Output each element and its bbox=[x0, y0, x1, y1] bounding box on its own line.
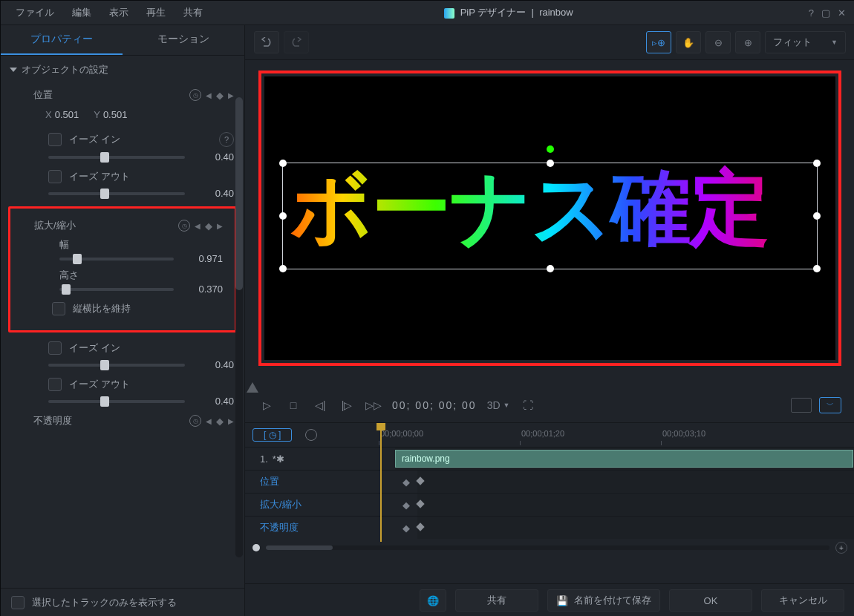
undo-button[interactable] bbox=[254, 31, 279, 53]
row-label-opacity[interactable]: 不透明度 bbox=[245, 521, 395, 534]
play-button[interactable]: ▷ bbox=[258, 397, 275, 413]
prev-keyframe-icon[interactable]: ◀ bbox=[206, 417, 212, 425]
height-value[interactable]: 0.370 bbox=[183, 284, 223, 295]
canvas[interactable]: ボーナス確定 bbox=[264, 76, 835, 360]
keyframe-diamond-icon[interactable]: ◆ bbox=[395, 499, 417, 511]
help-icon[interactable]: ? bbox=[809, 7, 814, 19]
keyframe-marker[interactable] bbox=[416, 499, 424, 508]
help-icon[interactable]: ? bbox=[219, 132, 234, 147]
timeline-ruler[interactable]: 00;00;00;00 00;00;01;20 00;00;03;10 bbox=[380, 423, 854, 447]
stopwatch-icon[interactable]: ◷ bbox=[189, 415, 201, 427]
track-lane[interactable]: rainbow.png bbox=[395, 448, 854, 470]
ease-in-slider[interactable]: 0.40 bbox=[1, 151, 244, 166]
stopwatch-icon[interactable]: ◷ bbox=[178, 220, 190, 232]
zoom-in-button[interactable]: ⊕ bbox=[735, 31, 760, 53]
ease-out-slider-2[interactable]: 0.40 bbox=[1, 396, 244, 410]
tab-property[interactable]: プロパティー bbox=[1, 25, 123, 55]
ease-out-checkbox[interactable] bbox=[48, 378, 62, 391]
lock-aspect-checkbox[interactable] bbox=[52, 302, 65, 315]
clock-icon[interactable] bbox=[305, 429, 317, 441]
clip[interactable]: rainbow.png bbox=[395, 450, 853, 468]
resize-handle[interactable] bbox=[813, 265, 821, 272]
resize-handle[interactable] bbox=[279, 265, 287, 272]
ease-out-checkbox[interactable] bbox=[48, 170, 62, 183]
zoom-out-handle[interactable] bbox=[252, 544, 260, 551]
stop-button[interactable]: □ bbox=[285, 397, 301, 413]
selection-bounds[interactable] bbox=[282, 163, 818, 269]
timeline-scrollbar[interactable] bbox=[266, 545, 829, 550]
y-value[interactable]: 0.501 bbox=[103, 109, 128, 120]
resize-handle[interactable] bbox=[813, 160, 821, 167]
keyframe-diamond-icon[interactable]: ◆ bbox=[216, 416, 224, 427]
tab-motion[interactable]: モーション bbox=[123, 25, 244, 55]
height-slider[interactable]: 0.370 bbox=[12, 284, 233, 298]
share-button[interactable]: 共有 bbox=[455, 589, 538, 612]
prev-keyframe-icon[interactable]: ◀ bbox=[206, 91, 212, 99]
panel-scrollbar[interactable] bbox=[235, 97, 243, 557]
menu-file[interactable]: ファイル bbox=[10, 3, 60, 22]
maximize-icon[interactable]: ▢ bbox=[821, 7, 830, 19]
prop-lane[interactable] bbox=[417, 471, 854, 493]
ease-in-value[interactable]: 0.40 bbox=[194, 151, 234, 163]
keyframe-diamond-icon[interactable]: ◆ bbox=[205, 220, 212, 232]
keyframe-mode-button[interactable]: [ ◷ ] bbox=[252, 428, 292, 442]
x-value[interactable]: 0.501 bbox=[55, 109, 79, 120]
zoom-out-button[interactable]: ⊖ bbox=[705, 31, 731, 53]
resize-handle[interactable] bbox=[547, 265, 554, 272]
next-frame-button[interactable]: |▷ bbox=[339, 397, 355, 413]
row-label-position[interactable]: 位置 bbox=[245, 475, 395, 488]
save-as-button[interactable]: 💾名前を付けて保存 bbox=[547, 589, 660, 612]
resize-handle[interactable] bbox=[547, 160, 554, 167]
prev-keyframe-icon[interactable]: ◀ bbox=[195, 222, 201, 230]
pan-tool-button[interactable]: ✋ bbox=[676, 31, 701, 53]
width-slider[interactable]: 0.971 bbox=[12, 253, 233, 267]
track-label[interactable]: 1. *✱ bbox=[245, 453, 395, 465]
fullscreen-button[interactable]: ⛶ bbox=[520, 397, 536, 413]
keyframe-diamond-icon[interactable]: ◆ bbox=[216, 90, 224, 101]
ease-in-slider-2[interactable]: 0.40 bbox=[1, 359, 244, 373]
select-tool-button[interactable]: ▹⊕ bbox=[646, 31, 671, 53]
width-value[interactable]: 0.971 bbox=[183, 253, 223, 264]
keyframe-diamond-icon[interactable]: ◆ bbox=[395, 476, 417, 488]
ease-in-checkbox[interactable] bbox=[48, 341, 62, 355]
timecode[interactable]: 00; 00; 00; 00 bbox=[392, 399, 477, 411]
fast-forward-button[interactable]: ▷▷ bbox=[365, 397, 382, 413]
next-keyframe-icon[interactable]: ▶ bbox=[228, 417, 234, 425]
warning-icon[interactable] bbox=[247, 382, 258, 393]
resize-handle[interactable] bbox=[813, 212, 821, 220]
keyframe-marker[interactable] bbox=[416, 522, 424, 531]
cancel-button[interactable]: キャンセル bbox=[761, 589, 844, 612]
menu-share[interactable]: 共有 bbox=[177, 3, 209, 22]
next-keyframe-icon[interactable]: ▶ bbox=[228, 91, 234, 99]
stopwatch-icon[interactable]: ◷ bbox=[189, 89, 201, 101]
3d-toggle[interactable]: 3D▼ bbox=[487, 399, 510, 411]
next-keyframe-icon[interactable]: ▶ bbox=[217, 222, 223, 230]
row-label-scale[interactable]: 拡大/縮小 bbox=[245, 498, 395, 511]
close-icon[interactable]: ✕ bbox=[838, 7, 846, 19]
ease-in-value[interactable]: 0.40 bbox=[194, 359, 234, 370]
ease-out-value[interactable]: 0.40 bbox=[194, 396, 234, 407]
menu-edit[interactable]: 編集 bbox=[66, 3, 97, 22]
tv-safe-icon[interactable] bbox=[791, 398, 812, 413]
ease-in-checkbox[interactable] bbox=[48, 133, 62, 146]
zoom-fit-dropdown[interactable]: フィット▼ bbox=[765, 31, 846, 53]
prop-lane[interactable] bbox=[417, 494, 854, 516]
web-button[interactable]: 🌐 bbox=[420, 589, 446, 612]
keyframe-marker[interactable] bbox=[416, 476, 424, 485]
resize-handle[interactable] bbox=[279, 212, 287, 220]
section-object-settings[interactable]: オブジェクトの設定 bbox=[1, 56, 244, 84]
zoom-in-handle[interactable]: + bbox=[835, 542, 847, 554]
resize-handle[interactable] bbox=[279, 160, 287, 167]
playhead[interactable] bbox=[380, 423, 382, 542]
menu-play[interactable]: 再生 bbox=[140, 3, 172, 22]
show-selected-only-checkbox[interactable] bbox=[11, 596, 25, 609]
rotate-handle[interactable] bbox=[547, 145, 554, 153]
redo-button[interactable] bbox=[284, 31, 309, 53]
keyframe-diamond-icon[interactable]: ◆ bbox=[395, 522, 417, 534]
ease-out-slider[interactable]: 0.40 bbox=[1, 188, 244, 202]
prop-lane[interactable] bbox=[417, 517, 854, 539]
prev-frame-button[interactable]: ◁| bbox=[312, 397, 328, 413]
ok-button[interactable]: OK bbox=[669, 589, 752, 612]
collapse-panel-button[interactable]: ﹀ bbox=[819, 397, 841, 413]
ease-out-value[interactable]: 0.40 bbox=[194, 188, 234, 199]
